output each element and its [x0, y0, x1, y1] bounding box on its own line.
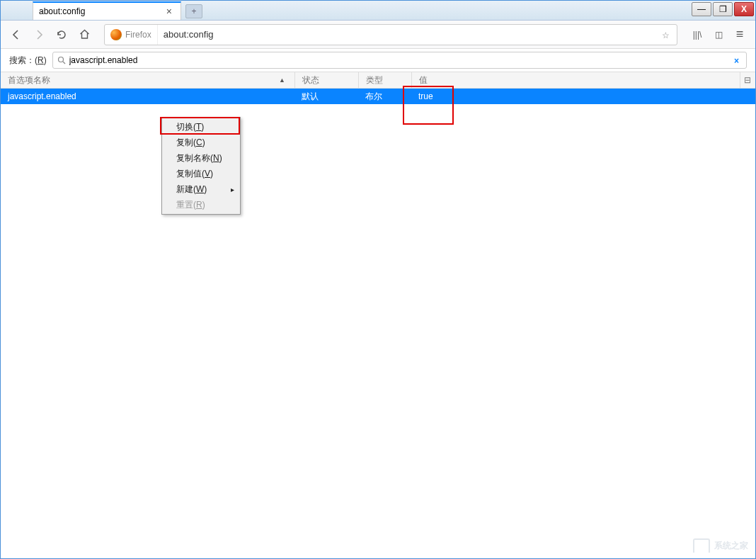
ctx-copy-name[interactable]: 复制名称(N) — [164, 150, 239, 166]
clear-search-button[interactable]: × — [731, 55, 742, 66]
col-header-type[interactable]: 类型 — [358, 72, 411, 88]
search-box[interactable]: × — [52, 52, 747, 69]
reload-button[interactable] — [52, 25, 71, 45]
ctx-reset: 重置(R) — [164, 197, 239, 213]
browser-window: about:config × + — ❐ X — [0, 0, 756, 559]
titlebar: about:config × + — ❐ X — [1, 1, 755, 21]
minimize-button[interactable]: — — [692, 2, 711, 16]
cell-value: true — [411, 91, 755, 101]
search-icon — [57, 56, 66, 64]
submenu-arrow-icon: ▸ — [231, 186, 234, 193]
cell-type: 布尔 — [358, 91, 411, 103]
pref-row-selected[interactable]: javascript.enabled 默认 布尔 true — [1, 89, 755, 104]
col-header-name[interactable]: 首选项名称 ▲ — [1, 72, 294, 88]
context-menu: 切换(T) 复制(C) 复制名称(N) 复制值(V) 新建(W) ▸ 重置(R) — [161, 117, 241, 215]
plus-icon: + — [191, 6, 196, 16]
close-icon: X — [741, 4, 747, 14]
pref-rows: javascript.enabled 默认 布尔 true — [1, 89, 755, 104]
col-header-status[interactable]: 状态 — [294, 72, 358, 88]
tab-active[interactable]: about:config × — [33, 1, 181, 20]
forward-icon — [33, 28, 45, 41]
identity-box[interactable]: Firefox — [105, 25, 158, 45]
watermark: 系统之家 — [693, 538, 748, 553]
svg-line-1 — [63, 62, 65, 64]
cell-status: 默认 — [294, 91, 358, 103]
column-headers: 首选项名称 ▲ 状态 类型 值 ⊟ — [1, 72, 755, 89]
ctx-copy[interactable]: 复制(C) — [164, 135, 239, 150]
star-icon: ☆ — [662, 30, 670, 40]
sidebar-icon: ◫ — [715, 30, 723, 40]
home-icon — [79, 28, 91, 40]
minimize-icon: — — [697, 4, 706, 14]
url-text[interactable]: about:config — [158, 29, 655, 40]
config-search-row: 搜索：(R) × — [1, 49, 755, 72]
ctx-copy-value[interactable]: 复制值(V) — [164, 166, 239, 181]
sort-asc-icon: ▲ — [279, 77, 285, 84]
toolbar-right: |||\ ◫ ≡ — [687, 25, 750, 45]
tab-close-icon[interactable]: × — [164, 6, 175, 17]
firefox-icon — [110, 29, 122, 40]
window-controls: — ❐ X — [692, 2, 754, 16]
nav-toolbar: Firefox about:config ☆ |||\ ◫ ≡ — [1, 21, 755, 49]
new-tab-button[interactable]: + — [185, 4, 202, 18]
search-input[interactable] — [69, 55, 731, 65]
sidebar-button[interactable]: ◫ — [709, 25, 728, 45]
back-icon — [10, 28, 23, 41]
bookmark-star-button[interactable]: ☆ — [655, 28, 677, 41]
search-label: 搜索：(R) — [9, 55, 47, 67]
maximize-button[interactable]: ❐ — [713, 2, 733, 16]
hamburger-icon: ≡ — [736, 27, 744, 42]
library-button[interactable]: |||\ — [687, 25, 707, 45]
column-picker-button[interactable]: ⊟ — [740, 72, 755, 88]
ctx-toggle[interactable]: 切换(T) — [164, 119, 239, 135]
reload-icon — [56, 29, 67, 40]
close-button[interactable]: X — [734, 2, 754, 16]
library-icon: |||\ — [693, 30, 702, 40]
col-header-value[interactable]: 值 — [411, 72, 740, 88]
column-picker-icon: ⊟ — [744, 75, 751, 85]
tab-strip: about:config × + — [33, 0, 202, 20]
svg-point-0 — [58, 57, 63, 62]
back-button[interactable] — [6, 25, 26, 45]
home-button[interactable] — [74, 25, 94, 45]
cell-name: javascript.enabled — [1, 91, 294, 101]
watermark-logo-icon — [693, 538, 710, 553]
identity-label: Firefox — [125, 30, 151, 40]
maximize-icon: ❐ — [719, 4, 727, 14]
clear-icon: × — [734, 56, 739, 66]
ctx-new[interactable]: 新建(W) ▸ — [164, 181, 239, 197]
app-menu-button[interactable]: ≡ — [730, 25, 750, 45]
forward-button[interactable] — [29, 25, 49, 45]
url-bar[interactable]: Firefox about:config ☆ — [104, 24, 677, 45]
tab-title: about:config — [39, 6, 164, 16]
